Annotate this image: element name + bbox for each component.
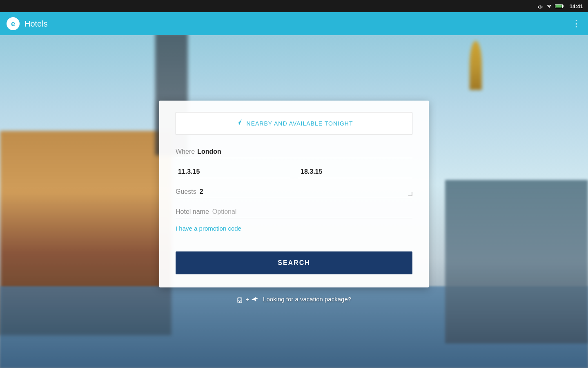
resize-handle — [408, 192, 412, 196]
app-logo: e — [7, 17, 20, 30]
where-value: London — [197, 148, 221, 155]
guests-value: 2 — [200, 188, 203, 195]
vacation-text: Looking for a vacation package? — [263, 296, 351, 303]
promo-link[interactable]: I have a promotion code — [176, 225, 241, 232]
hotel-name-field[interactable]: Hotel name Optional — [176, 205, 412, 218]
where-field-group: Where London — [176, 145, 412, 158]
status-icons: 14:41 — [537, 3, 583, 9]
cast-icon — [537, 4, 543, 9]
checkin-field-group: 11.3.15 — [176, 165, 290, 178]
main-content: NEARBY AND AVAILABLE TONIGHT Where Londo… — [0, 35, 588, 368]
location-arrow-icon — [235, 119, 243, 128]
nearby-button[interactable]: NEARBY AND AVAILABLE TONIGHT — [176, 112, 412, 135]
app-bar: e Hotels ⋮ — [0, 12, 588, 35]
vacation-icons: + — [237, 296, 260, 303]
svg-rect-7 — [240, 298, 241, 299]
hotel-name-placeholder: Optional — [212, 208, 237, 215]
status-bar: 14:41 — [0, 0, 588, 12]
hotel-name-field-group: Hotel name Optional — [176, 205, 412, 218]
svg-rect-6 — [238, 298, 239, 299]
wifi-icon — [546, 4, 552, 9]
search-button[interactable]: SEARCH — [176, 251, 412, 274]
guests-field[interactable]: Guests 2 — [176, 185, 412, 198]
battery-icon — [555, 4, 564, 9]
guests-field-group: Guests 2 — [176, 185, 412, 198]
plane-icon — [251, 296, 260, 303]
where-field-display[interactable]: Where London — [176, 145, 412, 158]
building-icon — [237, 296, 244, 303]
checkout-value: 18.3.15 — [301, 168, 322, 175]
app-title: Hotels — [24, 19, 572, 29]
checkin-field[interactable]: 11.3.15 — [176, 165, 290, 178]
nearby-label: NEARBY AND AVAILABLE TONIGHT — [247, 120, 353, 127]
plus-icon: + — [246, 296, 249, 303]
date-fields-row: 11.3.15 18.3.15 — [176, 165, 412, 178]
overflow-menu-button[interactable]: ⋮ — [572, 18, 581, 29]
checkin-value: 11.3.15 — [178, 168, 200, 175]
status-time: 14:41 — [570, 3, 583, 9]
svg-rect-9 — [240, 300, 241, 301]
promo-section: I have a promotion code — [176, 225, 412, 242]
svg-rect-10 — [239, 301, 240, 303]
where-label: Where — [176, 148, 195, 155]
svg-rect-3 — [562, 5, 564, 7]
guests-label: Guests — [176, 188, 196, 195]
svg-point-1 — [539, 7, 541, 8]
checkout-field-group: 18.3.15 — [298, 165, 412, 178]
hotel-name-label: Hotel name — [176, 208, 209, 215]
checkout-field[interactable]: 18.3.15 — [298, 165, 412, 178]
svg-rect-8 — [238, 300, 239, 301]
svg-rect-4 — [555, 5, 561, 8]
vacation-package-link[interactable]: + Looking for a vacation package? — [237, 296, 351, 303]
search-card: NEARBY AND AVAILABLE TONIGHT Where Londo… — [159, 101, 429, 287]
